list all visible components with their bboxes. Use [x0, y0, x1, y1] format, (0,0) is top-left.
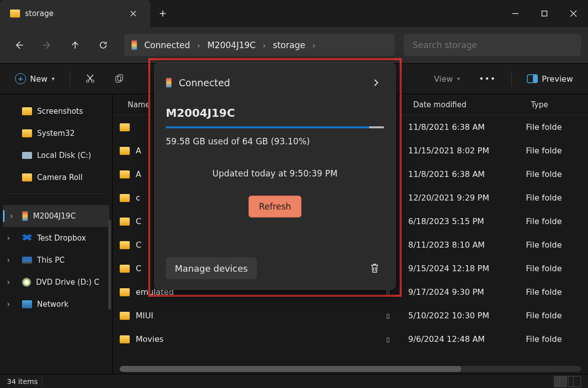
refresh-button[interactable]: Refresh — [248, 196, 302, 218]
table-row[interactable]: MIUI▯5/10/2022 10:30 PMFile folde — [113, 304, 588, 327]
svg-rect-6 — [533, 75, 537, 83]
tab-close-button[interactable] — [126, 7, 140, 21]
search-box[interactable] — [404, 34, 581, 56]
row-date: 8/11/2023 8:10 AM — [408, 240, 526, 250]
delete-device-button[interactable] — [365, 259, 384, 278]
sidebar-item-label: This PC — [37, 256, 65, 265]
folder-icon — [120, 265, 130, 273]
layout-icons-button[interactable] — [568, 376, 581, 387]
chevron-right-icon[interactable]: › — [10, 212, 13, 221]
new-menu-button[interactable]: + New ▾ — [9, 69, 61, 89]
sidebar-item-label: System32 — [37, 129, 75, 138]
storage-progress — [166, 126, 384, 128]
up-button[interactable] — [63, 33, 87, 57]
view-menu-button[interactable]: View ▾ — [428, 69, 466, 89]
sidebar-item[interactable]: Local Disk (C:) — [0, 144, 112, 166]
row-type: File folde — [526, 169, 588, 179]
chevron-right-icon[interactable]: › — [7, 300, 10, 309]
sidebar-scrollbar[interactable] — [108, 220, 111, 310]
folder-icon — [120, 335, 130, 343]
chevron-right-icon[interactable]: › — [197, 41, 200, 50]
folder-icon — [120, 123, 130, 131]
status-bar: 34 items — [0, 374, 588, 388]
folder-icon — [10, 10, 20, 18]
chevron-right-icon[interactable]: › — [7, 256, 10, 265]
scrollbar-thumb[interactable] — [120, 366, 461, 372]
more-button[interactable]: ••• — [473, 69, 502, 89]
folder-icon — [120, 194, 130, 202]
breadcrumb-seg-1[interactable]: M2004J19C — [207, 40, 255, 50]
dropbox-icon — [22, 234, 32, 242]
sidebar-item-label: M2004J19C — [33, 212, 76, 221]
device-popup: Connected M2004J19C 59.58 GB used of 64 … — [154, 62, 396, 290]
sidebar-item[interactable]: ›M2004J19C — [3, 205, 109, 227]
col-type[interactable]: Type — [526, 100, 588, 109]
phone-icon — [22, 211, 28, 221]
layout-details-button[interactable] — [554, 376, 567, 387]
table-row[interactable]: Movies▯9/6/2024 12:48 AMFile folde — [113, 327, 588, 351]
new-tab-button[interactable] — [150, 0, 175, 27]
pc-icon — [22, 257, 32, 264]
row-type: File folde — [526, 311, 588, 320]
row-date: 9/6/2024 12:48 AM — [408, 334, 526, 344]
storage-progress-bar — [166, 126, 369, 128]
breadcrumb-seg-2[interactable]: storage — [273, 40, 306, 50]
separator — [42, 377, 42, 386]
maximize-button[interactable] — [530, 0, 559, 27]
row-date: 11/8/2021 6:38 AM — [408, 122, 526, 132]
sidebar-item[interactable]: Camera Roll — [0, 166, 112, 188]
address-bar[interactable]: Connected › M2004J19C › storage › — [124, 34, 395, 56]
folder-icon — [22, 173, 32, 181]
row-name: A — [136, 169, 141, 179]
popup-device-name: M2004J19C — [166, 107, 384, 119]
dvd-icon — [22, 278, 31, 287]
close-window-button[interactable] — [559, 0, 588, 27]
row-name: A — [136, 146, 141, 155]
row-name: C — [136, 264, 141, 273]
folder-icon — [120, 147, 130, 155]
row-date: 12/20/2021 9:29 PM — [408, 193, 526, 203]
sidebar-item[interactable]: Screenshots — [0, 100, 112, 122]
horizontal-scrollbar[interactable] — [120, 366, 581, 372]
col-date[interactable]: Date modified — [408, 100, 526, 109]
chevron-right-icon[interactable]: › — [7, 234, 10, 243]
minimize-button[interactable] — [501, 0, 530, 27]
sidebar-item[interactable]: System32 — [0, 122, 112, 144]
row-name: c — [136, 193, 140, 203]
row-date: 11/8/2021 6:38 AM — [408, 169, 526, 179]
device-icon — [131, 40, 137, 50]
folder-icon — [120, 218, 130, 226]
expand-button[interactable] — [368, 75, 384, 91]
row-type: File folde — [526, 334, 588, 344]
row-type: File folde — [526, 217, 588, 226]
chevron-right-icon[interactable]: › — [7, 278, 10, 287]
preview-icon — [527, 74, 538, 83]
tab-storage[interactable]: storage — [0, 0, 150, 27]
chevron-right-icon[interactable]: › — [262, 41, 265, 50]
forward-button[interactable] — [35, 33, 59, 57]
item-count: 34 items — [7, 377, 38, 385]
row-type: File folde — [526, 146, 588, 155]
row-type: File folde — [526, 240, 588, 250]
sidebar-item[interactable]: ›Network — [0, 293, 112, 315]
sidebar-item[interactable]: ›DVD Drive (D:) C — [0, 271, 112, 293]
cut-button[interactable] — [79, 69, 101, 89]
sidebar-item[interactable]: ›Test Dropbox — [0, 227, 112, 249]
folder-icon — [22, 107, 32, 115]
row-date: 9/17/2024 9:30 PM — [408, 287, 526, 297]
mobile-icon: ▯ — [386, 312, 393, 319]
sidebar-item-label: Camera Roll — [37, 173, 83, 182]
preview-toggle[interactable]: Preview — [521, 69, 579, 89]
breadcrumb-seg-0[interactable]: Connected — [144, 40, 190, 50]
refresh-nav-button[interactable] — [91, 33, 115, 57]
sidebar-item[interactable]: ›This PC — [0, 249, 112, 271]
folder-icon — [120, 312, 130, 320]
search-input[interactable] — [413, 40, 572, 50]
manage-devices-button[interactable]: Manage devices — [166, 257, 257, 279]
back-button[interactable] — [7, 33, 31, 57]
copy-button[interactable] — [108, 69, 130, 89]
disk-icon — [22, 152, 32, 159]
sidebar-item-label: DVD Drive (D:) C — [36, 278, 99, 287]
chevron-right-icon[interactable]: › — [312, 41, 315, 50]
sidebar-item-label: Screenshots — [37, 107, 83, 116]
